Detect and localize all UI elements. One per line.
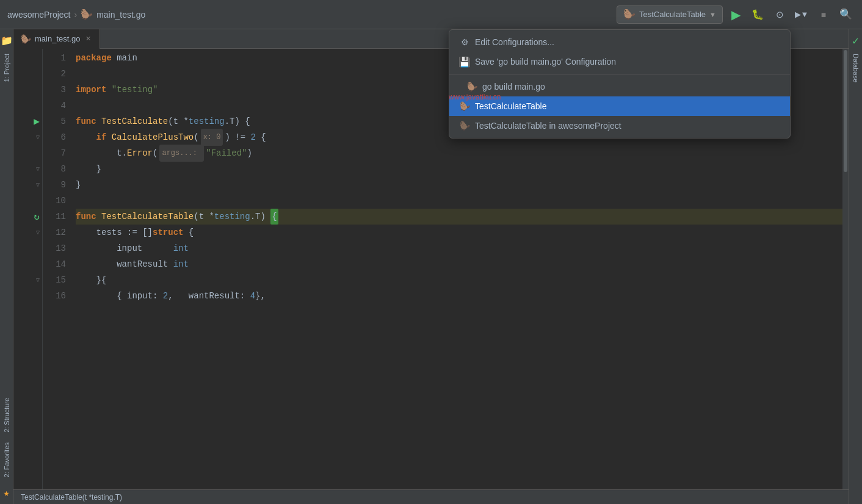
gutter-11[interactable]: ↻ (13, 209, 42, 225)
fold-icon-6[interactable]: ▽ (36, 134, 40, 141)
favorites-star[interactable]: ★ (4, 487, 10, 499)
dropdown-menu: ⚙ Edit Configurations... 💾 Save 'go buil… (449, 29, 791, 139)
toolbar: 🦫 TestCalculateTable ▼ ▶ 🐛 ⊙ ▶▼ ■ 🔍 (617, 5, 855, 24)
sidebar-item-project[interactable]: 1: Project (2, 49, 12, 87)
code-line-13: input int (76, 240, 842, 256)
code-line-7: t.Error(args...: "Failed") (76, 145, 842, 161)
menu-item-go-build-label: go build main.go (482, 82, 545, 92)
go-build-icon: 🦫 (466, 81, 477, 92)
stop-button[interactable]: ■ (814, 5, 833, 24)
gutter-4 (13, 98, 42, 113)
gutter-7 (13, 145, 42, 161)
checkmark-icon: ✓ (852, 34, 859, 48)
line-numbers: 1 2 3 4 5 6 7 8 9 10 11 12 13 14 15 16 (43, 49, 73, 489)
save-config-icon: 💾 (459, 56, 470, 67)
gutter-15[interactable]: ▽ (13, 272, 42, 288)
edit-config-icon: ⚙ (459, 37, 470, 48)
menu-item-test-in-project[interactable]: 🦫 TestCalculateTable in awesomeProject (449, 116, 790, 135)
gutter-9[interactable]: ▽ (13, 177, 42, 193)
gutter-3 (13, 82, 42, 98)
menu-item-edit-config-label: Edit Configurations... (475, 37, 554, 47)
title-bar: awesomeProject › 🦫 main_test.go 🦫 TestCa… (0, 0, 862, 29)
menu-item-test-table-label: TestCalculateTable (475, 101, 547, 111)
test-project-icon: 🦫 (459, 120, 470, 131)
gutter-5[interactable]: ▶ (13, 113, 42, 129)
dropdown-arrow-icon: ▼ (709, 11, 716, 18)
menu-item-save-config-label: Save 'go build main.go' Configuration (475, 57, 616, 67)
scroll-thumb[interactable] (844, 50, 847, 172)
sidebar-icon-folder[interactable]: 📁 (0, 32, 15, 49)
run-config-button[interactable]: 🦫 TestCalculateTable ▼ (617, 5, 723, 24)
gutter-2 (13, 66, 42, 82)
fold-icon-8[interactable]: ▽ (36, 165, 40, 173)
gutter-6[interactable]: ▽ (13, 129, 42, 145)
breadcrumb: awesomeProject › 🦫 main_test.go (7, 9, 145, 20)
gutter-8[interactable]: ▽ (13, 161, 42, 177)
gutter-14 (13, 256, 42, 272)
breadcrumb-separator: › (74, 10, 78, 20)
code-line-11: func TestCalculateTable(t *testing.T) { (76, 209, 842, 225)
run-gutter-icon-5[interactable]: ▶ (34, 115, 40, 128)
sidebar-item-structure[interactable]: 2: Structure (2, 393, 12, 437)
sync-icon-11[interactable]: ↻ (34, 211, 40, 223)
code-line-14: wantResult int (76, 256, 842, 272)
tab-main-test-go[interactable]: 🦫 main_test.go ✕ (13, 29, 100, 49)
tab-close-button[interactable]: ✕ (84, 35, 92, 43)
file-name-breadcrumb: main_test.go (96, 10, 145, 20)
code-line-12: tests := []struct { (76, 225, 842, 240)
left-sidebar-labels: 📁 1: Project 2: Structure 2: Favorites ★ (0, 29, 13, 504)
gutter-10 (13, 193, 42, 209)
tab-label: main_test.go (35, 34, 80, 43)
fold-icon-9[interactable]: ▽ (36, 181, 40, 189)
run-button[interactable]: ▶ (726, 5, 745, 24)
more-run-button[interactable]: ▶▼ (792, 5, 811, 24)
right-sidebar: ✓ Database (849, 29, 862, 504)
menu-item-edit-config[interactable]: ⚙ Edit Configurations... (449, 32, 790, 52)
code-line-15: }{ (76, 272, 842, 288)
sidebar-item-favorites[interactable]: 2: Favorites (2, 437, 12, 482)
watermark: www.javatiku.cn (449, 93, 501, 101)
code-line-8: } (76, 161, 842, 177)
debug-button[interactable]: 🐛 (748, 5, 767, 24)
gutter-16 (13, 288, 42, 304)
code-line-16: { input: 2, wantResult: 4}, (76, 288, 842, 304)
gutter-12[interactable]: ▽ (13, 225, 42, 240)
fold-icon-15[interactable]: ▽ (36, 276, 40, 284)
gutter-1 (13, 50, 42, 66)
sidebar-item-database[interactable]: Database (851, 48, 861, 88)
menu-separator-1 (449, 74, 790, 74)
profile-button[interactable]: ⊙ (770, 5, 789, 24)
status-text: TestCalculateTable(t *testing.T) (21, 493, 122, 502)
test-table-icon: 🦫 (459, 101, 470, 112)
gutter-13 (13, 240, 42, 256)
gutter-column: ▶ ▽ ▽ ▽ ↻ (13, 49, 43, 489)
project-name[interactable]: awesomeProject (7, 10, 71, 20)
menu-item-save-config[interactable]: 💾 Save 'go build main.go' Configuration (449, 52, 790, 71)
search-button[interactable]: 🔍 (836, 5, 855, 24)
code-line-9: } (76, 177, 842, 193)
code-line-10 (76, 193, 842, 209)
status-bar: TestCalculateTable(t *testing.T) (13, 489, 849, 504)
menu-item-test-project-label: TestCalculateTable in awesomeProject (475, 121, 621, 131)
fold-icon-12[interactable]: ▽ (36, 229, 40, 236)
run-config-label: TestCalculateTable (639, 10, 706, 19)
scrollbar[interactable] (842, 49, 849, 489)
